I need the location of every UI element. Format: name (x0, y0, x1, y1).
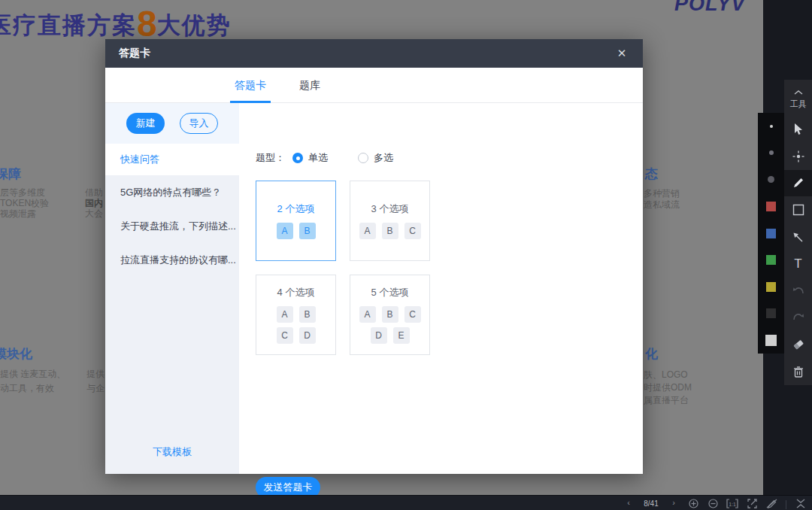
close-icon[interactable]: ✕ (611, 39, 632, 68)
toolbar-tools-label: 工具 (790, 99, 807, 110)
collapse-chevrons-icon (796, 498, 805, 510)
laser-pointer-icon (792, 150, 804, 162)
radio-single-label[interactable]: 单选 (308, 151, 328, 165)
zoom-in-icon (689, 498, 698, 510)
green-swatch-icon (766, 255, 776, 265)
answer-card-modal: 答题卡 ✕ 答题卡 题库 新建 导入 快速问答 5G网络的特点有哪些？ 关于硬盘… (105, 39, 643, 474)
option-card-5[interactable]: 5 个选项 A B C D E (350, 275, 430, 355)
arrow-icon (792, 232, 804, 243)
eraser-icon (792, 339, 804, 350)
sidebar-item-quick-qa[interactable]: 快速问答 (105, 144, 239, 175)
red-swatch-icon (766, 202, 776, 211)
option-chip: C (404, 306, 421, 323)
download-template-link[interactable]: 下载模板 (105, 445, 239, 459)
color-swatch-red[interactable] (758, 193, 784, 220)
polyv-logo: POLYV (674, 0, 746, 16)
pen-size-medium[interactable] (758, 140, 784, 167)
toolbar-collapse-button[interactable]: 工具 (790, 80, 807, 110)
question-list-item[interactable]: 关于硬盘推流，下列描述... (105, 209, 239, 243)
option-chip: D (299, 327, 316, 344)
option-chip: C (404, 223, 421, 239)
toggle-annotation-button[interactable] (762, 496, 781, 510)
option-card-2[interactable]: 2 个选项 A B (256, 181, 336, 261)
next-page-button[interactable]: › (664, 496, 683, 510)
option-card-4[interactable]: 4 个选项 A B C D (256, 275, 336, 355)
svg-text:1:1: 1:1 (729, 502, 736, 507)
color-swatch-yellow[interactable] (758, 273, 784, 300)
page-indicator: 8/41 (638, 496, 664, 510)
tab-answer-card[interactable]: 答题卡 (235, 68, 266, 103)
annotation-toolbar: 工具 (784, 80, 812, 385)
undo-button[interactable] (784, 278, 812, 305)
slide-title: 医疗直播方案8大优势 (0, 3, 232, 44)
pen-options-panel (758, 113, 784, 354)
slide-title-number: 8 (137, 4, 157, 44)
blue-swatch-icon (766, 229, 776, 238)
small-dot-icon (770, 125, 773, 128)
color-swatch-black[interactable] (758, 300, 784, 327)
eraser-tool-button[interactable] (784, 331, 812, 358)
modal-body: 新建 导入 快速问答 5G网络的特点有哪些？ 关于硬盘推流，下列描述... 拉流… (105, 103, 643, 474)
pen-icon (792, 177, 804, 189)
one-to-one-icon: 1:1 (726, 498, 738, 510)
rectangle-tool-button[interactable] (784, 196, 812, 223)
question-type-label: 题型： (256, 151, 285, 165)
app-window: 医疗直播方案8大优势 POLYV 保障 层等多维度 TOKEN校验 视频泄露 借… (0, 0, 812, 510)
zoom-out-icon (708, 498, 718, 510)
chevron-up-icon (794, 84, 803, 98)
redo-icon (792, 313, 804, 322)
option-chip: A (277, 223, 293, 239)
laser-pointer-tool-button[interactable] (784, 143, 812, 170)
option-chip: A (359, 306, 376, 323)
question-list-item[interactable]: 拉流直播支持的协议有哪... (105, 243, 239, 277)
slide-heading-right-bottom: 化 (645, 345, 658, 363)
import-button[interactable]: 导入 (180, 113, 218, 134)
radio-multi-choice[interactable] (358, 153, 368, 163)
sidebar-button-row: 新建 导入 (105, 103, 239, 144)
large-dot-icon (768, 176, 774, 183)
clear-all-button[interactable] (784, 358, 812, 385)
text-tool-button[interactable]: T (784, 250, 812, 278)
rectangle-icon (792, 204, 804, 216)
option-chip: A (359, 223, 376, 239)
radio-single-choice[interactable] (292, 153, 303, 163)
trash-icon (793, 366, 804, 378)
option-chip: B (299, 223, 316, 239)
option-chip: A (277, 306, 293, 323)
radio-multi-label[interactable]: 多选 (374, 151, 393, 165)
color-swatch-white[interactable] (758, 327, 784, 354)
text-tool-icon: T (794, 257, 801, 272)
slide-heading-left-bottom: 模块化 (0, 345, 32, 363)
tab-question-bank[interactable]: 题库 (299, 68, 320, 103)
pen-tool-button[interactable] (784, 170, 812, 197)
color-swatch-green[interactable] (758, 247, 784, 274)
collapse-bar-button[interactable] (791, 496, 810, 510)
option-chip: B (299, 306, 316, 323)
color-swatch-blue[interactable] (758, 220, 784, 247)
modal-tabbar: 答题卡 题库 (105, 68, 643, 103)
option-chip: E (393, 327, 410, 344)
zoom-in-button[interactable] (683, 496, 703, 510)
bottom-bar-divider (786, 500, 786, 509)
question-type-row: 题型： 单选 多选 (256, 151, 393, 165)
fullscreen-icon (747, 498, 757, 510)
yellow-swatch-icon (766, 282, 776, 292)
redo-button[interactable] (784, 305, 812, 332)
new-button[interactable]: 新建 (126, 113, 165, 134)
black-swatch-icon (766, 308, 776, 318)
option-card-3[interactable]: 3 个选项 A B C (350, 181, 430, 261)
arrow-tool-button[interactable] (784, 223, 812, 250)
actual-size-button[interactable]: 1:1 (723, 496, 742, 510)
prev-page-button[interactable]: ‹ (619, 496, 638, 510)
pen-size-small[interactable] (758, 113, 784, 140)
cursor-tool-button[interactable] (784, 116, 812, 143)
fullscreen-button[interactable] (742, 496, 762, 510)
cursor-icon (792, 123, 804, 135)
zoom-out-button[interactable] (703, 496, 723, 510)
question-list-item[interactable]: 5G网络的特点有哪些？ (105, 175, 239, 209)
modal-header: 答题卡 ✕ (105, 39, 643, 68)
slide-heading-left-top: 保障 (0, 165, 21, 183)
modal-sidebar: 新建 导入 快速问答 5G网络的特点有哪些？ 关于硬盘推流，下列描述... 拉流… (105, 103, 239, 474)
modal-title: 答题卡 (119, 47, 150, 60)
pen-size-large[interactable] (758, 166, 784, 193)
